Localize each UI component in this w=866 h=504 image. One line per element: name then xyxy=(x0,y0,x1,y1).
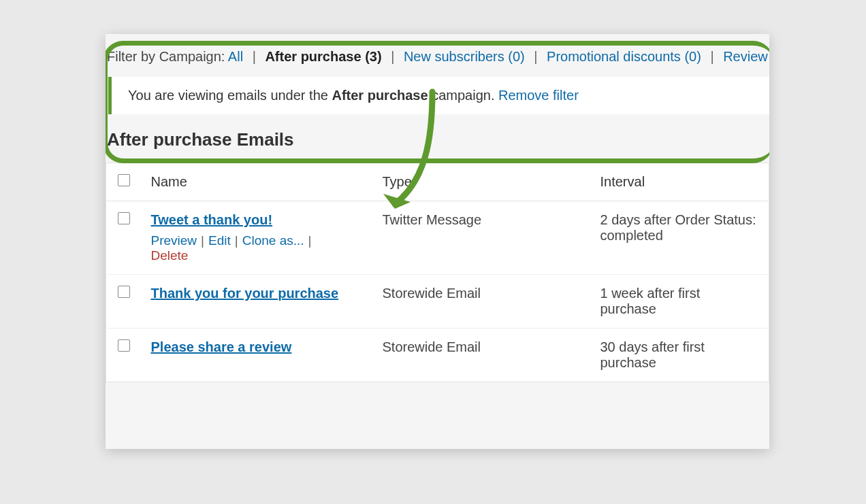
email-interval: 30 days after first purchase xyxy=(591,329,769,382)
filter-bar: Filter by Campaign: All | After purchase… xyxy=(106,34,769,77)
row-checkbox[interactable] xyxy=(118,339,130,352)
edit-link[interactable]: Edit xyxy=(208,233,231,248)
filter-new-subscribers[interactable]: New subscribers (0) xyxy=(404,49,525,64)
row-checkbox[interactable] xyxy=(118,212,130,224)
separator: | xyxy=(391,49,394,64)
column-interval: Interval xyxy=(591,163,769,201)
page-title: After purchase Emails xyxy=(107,129,769,150)
separator: | xyxy=(710,49,713,64)
email-interval: 2 days after Order Status: completed xyxy=(591,201,769,275)
email-name-link[interactable]: Please share a review xyxy=(151,339,292,354)
preview-link[interactable]: Preview xyxy=(151,233,197,248)
separator: | xyxy=(253,49,256,64)
table-row: Tweet a thank you! Preview|Edit|Clone as… xyxy=(106,201,769,275)
row-checkbox[interactable] xyxy=(118,286,130,298)
column-name: Name xyxy=(142,163,373,201)
filter-all[interactable]: All xyxy=(228,49,243,64)
table-row: Thank you for your purchase Storewide Em… xyxy=(106,275,769,329)
filter-label: Filter by Campaign: xyxy=(107,49,225,64)
separator: | xyxy=(534,49,537,64)
active-filter-info: You are viewing emails under the After p… xyxy=(108,77,769,114)
select-all-checkbox[interactable] xyxy=(118,174,130,186)
table-row: Please share a review Storewide Email 30… xyxy=(106,329,769,382)
clone-link[interactable]: Clone as... xyxy=(242,233,304,248)
delete-link[interactable]: Delete xyxy=(151,248,189,263)
email-type: Twitter Message xyxy=(373,201,591,275)
email-name-link[interactable]: Thank you for your purchase xyxy=(151,286,339,301)
email-type: Storewide Email xyxy=(373,275,591,329)
filter-promotional-discounts[interactable]: Promotional discounts (0) xyxy=(547,49,701,64)
info-campaign-name: After purchase xyxy=(332,88,428,103)
row-actions: Preview|Edit|Clone as...|Delete xyxy=(151,233,364,263)
email-campaign-panel: Filter by Campaign: All | After purchase… xyxy=(106,34,769,449)
filter-after-purchase[interactable]: After purchase (3) xyxy=(265,49,381,64)
remove-filter-link[interactable]: Remove filter xyxy=(498,88,579,103)
emails-table: Name Type Interval Tweet a thank you! Pr… xyxy=(106,163,769,382)
email-interval: 1 week after first purchase xyxy=(591,275,769,329)
filter-review[interactable]: Review xyxy=(723,49,768,64)
email-type: Storewide Email xyxy=(373,329,591,382)
email-name-link[interactable]: Tweet a thank you! xyxy=(151,212,273,227)
info-prefix: You are viewing emails under the xyxy=(128,88,332,103)
info-suffix: campaign. xyxy=(428,88,498,103)
table-header-row: Name Type Interval xyxy=(106,163,769,201)
column-type: Type xyxy=(373,163,591,201)
